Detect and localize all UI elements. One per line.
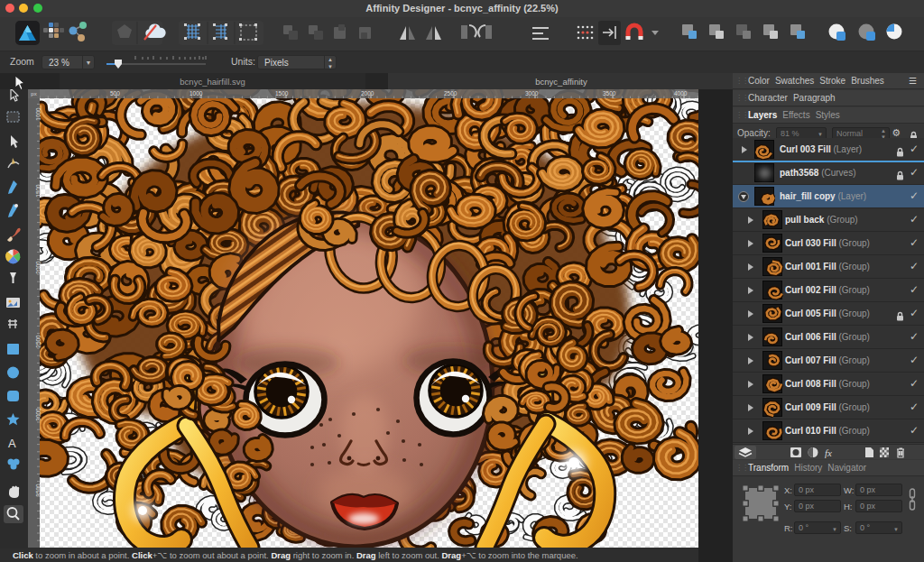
- svg-text:A: A: [8, 437, 16, 450]
- svg-text:fx: fx: [825, 447, 832, 458]
